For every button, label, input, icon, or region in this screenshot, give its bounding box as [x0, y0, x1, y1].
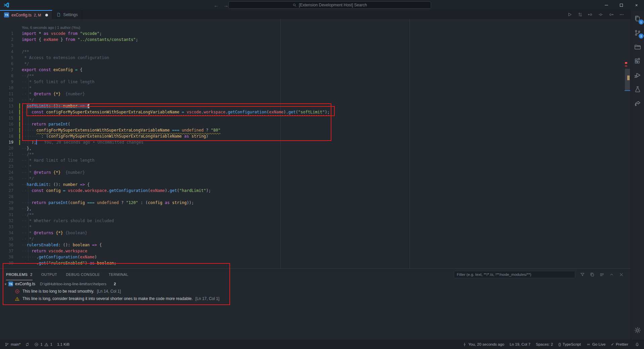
- maximize-panel-icon[interactable]: [609, 272, 614, 277]
- line-number[interactable]: 23: [0, 163, 13, 169]
- line-number[interactable]: 15: [0, 115, 13, 121]
- code-line-9[interactable]: 9·· * Soft limit of line length: [0, 79, 631, 85]
- go-live-button[interactable]: Go Live: [586, 342, 606, 347]
- code-line-37[interactable]: 37····return vscode.workspace: [0, 248, 631, 254]
- branch-indicator[interactable]: main*: [5, 342, 20, 347]
- code-line-23[interactable]: 23·· *: [0, 163, 631, 169]
- code-line-29[interactable]: 29····return parseInt(config === undefin…: [0, 200, 631, 206]
- line-number[interactable]: 27: [0, 188, 13, 194]
- cursor-position-indicator[interactable]: Ln 19, Col 7: [509, 342, 530, 346]
- code-line-32[interactable]: 32·· * Whether rulers should be included: [0, 218, 631, 224]
- line-number[interactable]: 17: [0, 127, 13, 133]
- code-line-30[interactable]: 30··},: [0, 206, 631, 212]
- next-change-button[interactable]: [607, 11, 615, 18]
- line-number[interactable]: 3: [0, 43, 13, 49]
- code-line-28[interactable]: 28: [0, 194, 631, 200]
- code-line-1[interactable]: 1import * as vscode from "vscode";: [0, 31, 631, 37]
- source-control-button[interactable]: 3: [633, 28, 642, 38]
- line-number[interactable]: 36: [0, 242, 13, 248]
- line-number[interactable]: 5: [0, 55, 13, 61]
- tab-settings[interactable]: Settings: [52, 10, 82, 19]
- line-number[interactable]: 1: [0, 31, 13, 37]
- extensions-button[interactable]: [633, 56, 642, 66]
- chevron-down-icon[interactable]: ▾: [5, 282, 6, 286]
- code-line-13[interactable]: 13··softLimit: (): number => {: [0, 103, 631, 109]
- code-line-36[interactable]: 36··rulersEnabled: (): boolean => {: [0, 242, 631, 248]
- line-number[interactable]: 6: [0, 61, 13, 67]
- run-button[interactable]: [566, 11, 573, 18]
- current-change-button[interactable]: [597, 11, 604, 18]
- line-number[interactable]: 22: [0, 157, 13, 163]
- code-line-20[interactable]: 20··},: [0, 145, 631, 151]
- line-number[interactable]: 28: [0, 194, 13, 200]
- tab-exconfig[interactable]: TS exConfig.ts 2, M: [0, 10, 52, 19]
- code-line-34[interactable]: 34·· * @returns {*} {boolean}: [0, 230, 631, 236]
- code-line-17[interactable]: 17······configForMySuperExtensionWithSup…: [0, 127, 631, 133]
- line-number[interactable]: 8: [0, 73, 13, 79]
- panel-tab-terminal[interactable]: TERMINAL: [109, 269, 128, 280]
- code-line-4[interactable]: 4/**: [0, 49, 631, 55]
- line-number[interactable]: 12: [0, 97, 13, 103]
- testing-beaker-button[interactable]: [633, 85, 642, 94]
- line-number[interactable]: 30: [0, 206, 13, 212]
- view-as-table-icon[interactable]: [599, 272, 604, 277]
- code-line-12[interactable]: 12·· */: [0, 97, 631, 103]
- line-number[interactable]: 2: [0, 37, 13, 43]
- code-line-22[interactable]: 22·· * Hard limit of line length: [0, 157, 631, 163]
- line-number[interactable]: 31: [0, 212, 13, 218]
- nav-forward-button[interactable]: →: [223, 2, 228, 8]
- panel-tab-debug-console[interactable]: DEBUG CONSOLE: [66, 269, 100, 280]
- code-line-21[interactable]: 21··/**: [0, 151, 631, 157]
- code-line-16[interactable]: 16····return parseInt(: [0, 121, 631, 127]
- line-number[interactable]: 26: [0, 182, 13, 188]
- line-number[interactable]: 33: [0, 224, 13, 230]
- prettier-status[interactable]: ✓ Prettier: [611, 342, 628, 347]
- line-number[interactable]: 4: [0, 49, 13, 55]
- code-line-8[interactable]: 8··/**: [0, 73, 631, 79]
- line-number[interactable]: 18: [0, 133, 13, 139]
- filter-icon[interactable]: [580, 272, 585, 277]
- maximize-button[interactable]: [614, 0, 629, 10]
- code-line-5[interactable]: 5 * Access to extension configuration: [0, 55, 631, 61]
- code-line-11[interactable]: 11·· * @return {*} {number}: [0, 91, 631, 97]
- problem-row-error[interactable]: This line is too long to be read smoothl…: [0, 288, 631, 295]
- code-line-24[interactable]: 24·· * @return {*} {number}: [0, 169, 631, 176]
- run-tests-button[interactable]: [576, 11, 584, 18]
- code-line-18[interactable]: 18········: (configForMySuperExtensionWi…: [0, 133, 631, 139]
- indentation-indicator[interactable]: Spaces: 2: [536, 342, 553, 346]
- code-line-39[interactable]: 39······.get("rulersEnabled") as boolean…: [0, 260, 631, 266]
- code-line-3[interactable]: 3: [0, 43, 631, 49]
- language-mode-indicator[interactable]: {} TypeScript: [558, 342, 581, 346]
- code-line-15[interactable]: 15: [0, 115, 631, 121]
- code-line-27[interactable]: 27····const config = vscode.workspace.ge…: [0, 188, 631, 194]
- problems-indicator[interactable]: 1 1: [34, 342, 52, 347]
- problems-filter-input[interactable]: [454, 271, 575, 278]
- more-actions-button[interactable]: [618, 11, 625, 18]
- code-line-7[interactable]: 7export const exConfig = {: [0, 67, 631, 73]
- problems-file-group[interactable]: ▾ TS exConfig.ts D:\gitHub\too-long-line…: [0, 280, 631, 288]
- line-number[interactable]: 19: [0, 139, 13, 145]
- line-number[interactable]: 38: [0, 254, 13, 260]
- code-line-14[interactable]: 14····const configForMySuperExtensionWit…: [0, 109, 631, 115]
- gitlens-blame-status[interactable]: You, 20 seconds ago: [463, 342, 504, 347]
- line-number[interactable]: 7: [0, 67, 13, 73]
- line-number[interactable]: 16: [0, 121, 13, 127]
- code-line-31[interactable]: 31··/**: [0, 212, 631, 218]
- scrollbar-thumb[interactable]: [625, 69, 630, 90]
- code-line-2[interactable]: 2import { exName } from "../constants/co…: [0, 37, 631, 43]
- previous-change-button[interactable]: [587, 11, 594, 18]
- line-number[interactable]: 37: [0, 248, 13, 254]
- line-number[interactable]: 24: [0, 169, 13, 176]
- code-line-38[interactable]: 38······.getConfiguration(exName): [0, 254, 631, 260]
- code-line-19[interactable]: 19····);You, 20 seconds ago • Uncommitte…: [0, 139, 631, 145]
- sync-button[interactable]: [25, 342, 30, 347]
- line-number[interactable]: 9: [0, 79, 13, 85]
- run-and-debug-button[interactable]: [633, 70, 642, 80]
- code-line-26[interactable]: 26··hardLimit: (): number => {: [0, 182, 631, 188]
- manage-gear-button[interactable]: [633, 326, 642, 335]
- explorer-folder-button[interactable]: [633, 42, 642, 52]
- line-number[interactable]: 32: [0, 218, 13, 224]
- collapse-all-icon[interactable]: [590, 272, 595, 277]
- panel-tab-output[interactable]: OUTPUT: [41, 269, 57, 280]
- line-number[interactable]: 25: [0, 176, 13, 182]
